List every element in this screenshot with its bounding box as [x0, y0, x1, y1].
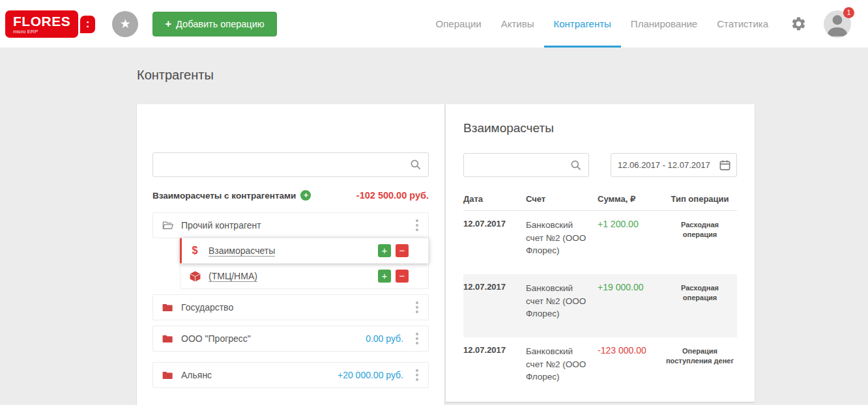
- nav-assets[interactable]: Активы: [491, 0, 544, 48]
- main-nav: Операции Активы Контрагенты Планирование…: [426, 0, 778, 48]
- add-button[interactable]: +: [378, 270, 391, 283]
- cell-account: Банковский счет №2 (ООО Флорес): [526, 282, 598, 332]
- table-row[interactable]: 12.07.2017 Банковский счет №2 (ООО Флоре…: [463, 337, 737, 400]
- tree-item-tmc-nma[interactable]: (ТМЦ/НМА) + −: [180, 263, 429, 289]
- cell-type: Операция поступления денег: [663, 345, 737, 395]
- nav-operations[interactable]: Операции: [426, 0, 491, 48]
- plus-icon: +: [165, 18, 171, 31]
- cell-date: 12.07.2017: [463, 219, 526, 269]
- contractor-search-input[interactable]: [153, 153, 428, 176]
- cell-type: Расходная операция: [663, 219, 737, 269]
- flores-logo[interactable]: FLORES micro ERP :: [5, 10, 95, 38]
- folder-icon: [161, 332, 174, 345]
- cell-amount: -123 000.00: [598, 345, 663, 395]
- contractor-tree: Прочий контрагент $ Взаиморасчеты + − (Т: [152, 212, 429, 388]
- remove-button[interactable]: −: [396, 244, 409, 257]
- tree-item-label: Прочий контрагент: [181, 220, 261, 230]
- header-account: Счет: [526, 194, 598, 204]
- app-screen: FLORES micro ERP : ★ + Добавить операцию…: [0, 0, 868, 405]
- row-actions: + −: [378, 270, 409, 283]
- cell-type: Расходная операция: [663, 282, 737, 332]
- tree-item-label: Государство: [181, 302, 233, 313]
- settlements-filters: [463, 153, 737, 177]
- header: FLORES micro ERP : ★ + Добавить операцию…: [0, 0, 868, 48]
- add-contractor-icon[interactable]: +: [300, 190, 311, 201]
- tree-item-gosudarstvo[interactable]: Государство: [152, 294, 429, 320]
- gear-icon: [790, 24, 807, 34]
- add-operation-button[interactable]: + Добавить операцию: [152, 12, 276, 36]
- nav-contractors[interactable]: Контрагенты: [544, 0, 621, 48]
- settlements-table: Дата Счет Сумма, ₽ Тип операции 12.07.20…: [463, 194, 737, 400]
- add-button[interactable]: +: [378, 244, 391, 257]
- calendar-icon[interactable]: [719, 159, 731, 171]
- cell-amount: +1 200.00: [598, 219, 663, 269]
- table-row[interactable]: 12.07.2017 Банковский счет №2 (ООО Флоре…: [463, 274, 737, 337]
- tree-item-progress[interactable]: ООО "Прогресс" 0.00 руб.: [152, 326, 429, 352]
- tree-item-amount: 0.00 руб.: [366, 333, 403, 344]
- contractors-panel: Взаиморасчеты с контрагентами + -102 500…: [137, 104, 444, 405]
- dollar-icon: $: [188, 244, 201, 257]
- row-menu-button[interactable]: [414, 217, 420, 234]
- date-range-picker: [611, 153, 737, 177]
- row-actions: + −: [378, 244, 409, 257]
- search-icon: [570, 159, 583, 172]
- tree-item-label[interactable]: (ТМЦ/НМА): [209, 271, 257, 282]
- tree-item-other-contractor[interactable]: Прочий контрагент: [152, 212, 429, 238]
- summary-amount: -102 500.00 руб.: [356, 190, 429, 201]
- header-type: Тип операции: [663, 194, 737, 204]
- tree-item-label: Альянс: [181, 370, 212, 380]
- settlements-title: Взаиморасчеты: [463, 104, 737, 135]
- tree-item-label: ООО "Прогресс": [181, 333, 251, 344]
- settlements-search: [463, 153, 589, 177]
- tree-item-label[interactable]: Взаиморасчеты: [209, 245, 275, 257]
- table-row[interactable]: 12.07.2017 Банковский счет №2 (ООО Флоре…: [463, 211, 737, 274]
- header-amount: Сумма, ₽: [598, 194, 663, 204]
- row-menu-button[interactable]: [414, 299, 420, 316]
- content-cards: Взаиморасчеты с контрагентами + -102 500…: [137, 104, 755, 405]
- search-icon: [409, 158, 422, 171]
- package-icon: [188, 270, 201, 283]
- folder-icon: [161, 301, 174, 314]
- settlements-panel: Взаиморасчеты Дата С: [446, 104, 755, 402]
- user-avatar[interactable]: 1: [824, 10, 851, 38]
- logo-subtitle: micro ERP: [13, 29, 70, 35]
- remove-button[interactable]: −: [396, 270, 409, 283]
- tree-item-alyans[interactable]: Альянс +20 000.00 руб.: [152, 362, 429, 388]
- cell-date: 12.07.2017: [463, 282, 526, 332]
- cell-account: Банковский счет №2 (ООО Флорес): [526, 345, 598, 395]
- row-menu-button[interactable]: [414, 330, 420, 347]
- logo-box: FLORES micro ERP: [5, 10, 78, 38]
- add-operation-label: Добавить операцию: [176, 19, 265, 29]
- tree-item-settlements[interactable]: $ Взаиморасчеты + −: [180, 238, 429, 264]
- nav-planning[interactable]: Планирование: [621, 0, 707, 48]
- star-icon: ★: [120, 17, 131, 31]
- summary-label: Взаиморасчеты с контрагентами: [152, 191, 296, 201]
- star-button[interactable]: ★: [112, 11, 138, 37]
- tree-item-amount: +20 000.00 руб.: [338, 370, 403, 380]
- page-title: Контрагенты: [137, 68, 214, 83]
- notification-badge: 1: [843, 7, 854, 18]
- header-date: Дата: [463, 194, 526, 204]
- logo-title: FLORES: [13, 14, 70, 29]
- folder-open-icon: [161, 219, 174, 232]
- folder-icon: [161, 369, 174, 382]
- row-menu-button[interactable]: [414, 367, 420, 384]
- settlements-summary: Взаиморасчеты с контрагентами + -102 500…: [152, 190, 429, 201]
- cell-date: 12.07.2017: [463, 345, 526, 395]
- cell-amount: +19 000.00: [598, 282, 663, 332]
- settings-button[interactable]: [788, 14, 808, 34]
- logo-colon-bubble: :: [80, 16, 95, 33]
- contractor-search: [152, 152, 429, 177]
- nav-statistics[interactable]: Статистика: [707, 0, 778, 48]
- date-range-input[interactable]: [611, 154, 736, 176]
- table-header: Дата Счет Сумма, ₽ Тип операции: [463, 194, 737, 211]
- cell-account: Банковский счет №2 (ООО Флорес): [526, 219, 598, 269]
